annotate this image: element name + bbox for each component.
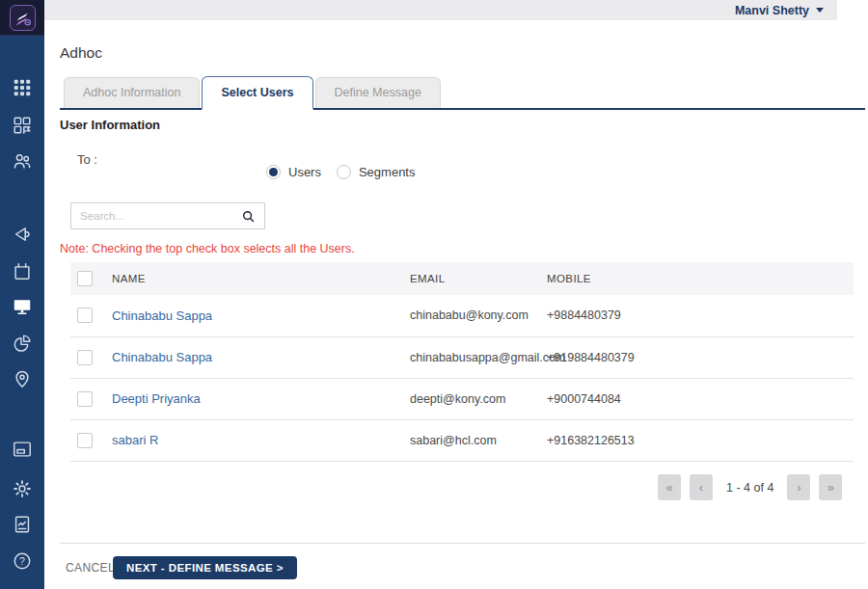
user-name-link[interactable]: sabari R [112,433,158,447]
row-checkbox[interactable] [77,433,93,448]
radio-segments-label: Segments [359,165,416,179]
page-title: Adhoc [60,44,102,62]
column-header-email: EMAIL [410,262,547,295]
table-row: Chinababu Sappa chinababusappa@gmail.com… [70,336,854,378]
table-row: Chinababu Sappa chinababu@kony.com +9884… [70,295,854,336]
user-name: Manvi Shetty [735,4,809,17]
top-bar: Manvi Shetty [44,0,837,20]
app-logo-icon [10,5,36,31]
svg-text:?: ? [19,555,25,567]
tab-select-users[interactable]: Select Users [202,76,312,110]
pagination-first-button[interactable]: « [658,474,681,500]
footer-divider [60,543,865,544]
radio-users-label: Users [288,165,321,179]
user-name-link[interactable]: Chinababu Sappa [112,308,212,323]
next-define-message-button[interactable]: NEXT - DEFINE MESSAGE > [113,556,297,579]
pagination-next-button[interactable]: › [787,474,810,500]
page: ? Manvi Shetty Adhoc Adhoc Information S… [0,0,868,589]
user-mobile: +916382126513 [547,419,854,461]
pagination-prev-button[interactable]: ‹ [690,474,713,500]
help-icon[interactable]: ? [12,550,33,572]
column-header-mobile: MOBILE [547,262,854,295]
tab-adhoc-information[interactable]: Adhoc Information [64,77,200,108]
to-label: To : [77,152,97,167]
user-email: deepti@kony.com [410,378,547,419]
user-mobile: +9884480379 [547,295,854,336]
section-heading: User Information [60,118,160,132]
user-email: sabari@hcl.com [410,419,547,461]
table-header-row: NAME EMAIL MOBILE [70,262,854,295]
cancel-button[interactable]: CANCEL [66,561,115,575]
user-name-link[interactable]: Deepti Priyanka [112,391,201,406]
search-input[interactable] [80,210,241,222]
modules-icon[interactable] [12,115,33,136]
select-all-checkbox[interactable] [77,271,93,286]
sidebar: ? [0,0,44,589]
tab-bar: Adhoc Information Select Users Define Me… [60,76,865,110]
pagination-last-button[interactable]: » [819,474,842,500]
search-box [70,202,265,229]
user-email: chinababusappa@gmail.com [410,336,547,378]
users-table: NAME EMAIL MOBILE Chinababu Sappa chinab… [70,262,854,462]
card-icon[interactable] [12,439,33,460]
row-checkbox[interactable] [77,308,93,323]
user-name-link[interactable]: Chinababu Sappa [112,350,212,364]
settings-gear-icon[interactable] [12,478,33,499]
monitor-icon[interactable] [12,296,33,317]
search-icon[interactable] [241,209,256,224]
pie-chart-icon[interactable] [12,333,33,354]
calendar-icon[interactable] [12,260,33,281]
radio-users[interactable]: Users [266,165,321,179]
chevron-down-icon [816,8,824,13]
radio-users-control[interactable] [266,165,281,179]
location-pin-icon[interactable] [12,368,33,389]
users-icon[interactable] [12,150,33,172]
megaphone-icon[interactable] [12,224,33,245]
tab-define-message[interactable]: Define Message [315,77,441,108]
row-checkbox[interactable] [77,391,93,407]
pagination-range-label: 1 - 4 of 4 [726,481,773,495]
note-text: Note: Checking the top check box selects… [60,242,355,255]
radio-segments-control[interactable] [337,165,351,179]
pagination: « ‹ 1 - 4 of 4 › » [658,474,842,500]
table-row: sabari R sabari@hcl.com +916382126513 [70,419,854,461]
user-mobile: +9000744084 [547,378,854,419]
apps-grid-icon[interactable] [12,77,33,98]
user-email: chinababu@kony.com [410,295,547,336]
app-logo[interactable] [0,0,44,36]
user-mobile: +919884480379 [547,336,854,378]
radio-segments[interactable]: Segments [337,165,416,179]
row-checkbox[interactable] [77,350,93,365]
table-row: Deepti Priyanka deepti@kony.com +9000744… [70,378,854,419]
report-icon[interactable] [12,514,33,535]
column-header-name: NAME [112,262,410,295]
recipient-type-radio-group: Users Segments [266,165,416,179]
user-menu[interactable]: Manvi Shetty [735,4,824,17]
